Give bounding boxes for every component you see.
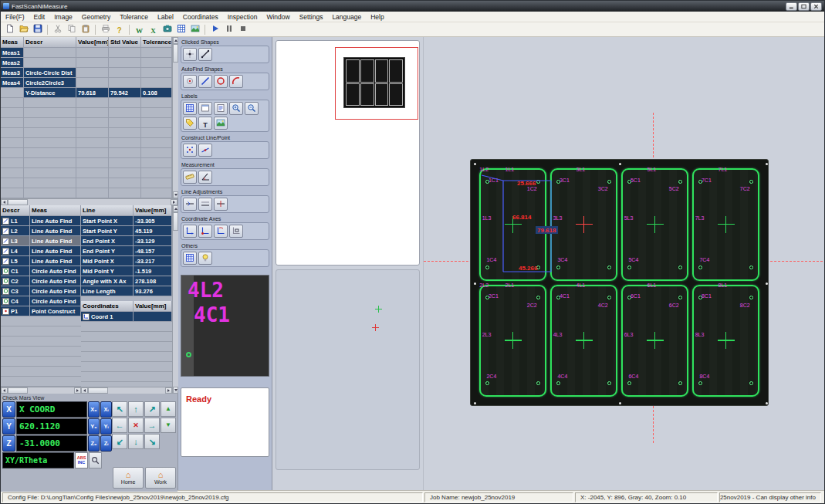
line-property-row[interactable]: Start Point Y45.119 xyxy=(81,226,172,236)
jog-se-button[interactable]: ↘ xyxy=(144,434,160,449)
paste-button[interactable] xyxy=(79,23,92,36)
menu-inspection[interactable]: Inspection xyxy=(223,12,262,22)
line-table-header[interactable]: Value[mm] xyxy=(134,205,172,216)
minimize-button[interactable] xyxy=(786,2,797,11)
coord-table-header[interactable]: Value[mm] xyxy=(134,301,172,312)
jog-tri-up-button[interactable]: ▲ xyxy=(161,401,176,417)
feature-table-header[interactable]: Meas xyxy=(30,205,81,216)
board-cell-8[interactable]: 8L18C18C28L38C4 xyxy=(692,285,759,397)
form-button[interactable] xyxy=(214,102,228,115)
tag-button[interactable] xyxy=(183,117,197,130)
menu-window[interactable]: Window xyxy=(262,12,294,22)
board-cell-6[interactable]: 6L16C16C26L36C4 xyxy=(621,285,688,397)
clicked-line-button[interactable] xyxy=(198,48,212,61)
clicked-point-button[interactable] xyxy=(183,48,197,61)
print-button[interactable] xyxy=(99,23,112,36)
menu-edit[interactable]: Edit xyxy=(29,12,50,22)
scroll-up-button[interactable] xyxy=(173,37,178,44)
meas-table-header[interactable]: Meas xyxy=(1,37,24,48)
axes-xy-button[interactable] xyxy=(183,225,197,238)
meas-table-header[interactable]: Descr xyxy=(24,37,76,48)
abs-inc-toggle[interactable]: ABS INC xyxy=(75,452,88,468)
jog-up-button[interactable]: ↑ xyxy=(128,401,144,417)
feature-list-hscrollbar[interactable] xyxy=(1,387,81,394)
menu-settings[interactable]: Settings xyxy=(295,12,328,22)
coord-row[interactable]: Coord 1 xyxy=(81,312,172,322)
line-property-row[interactable]: Mid Point Y-1.519 xyxy=(81,266,172,276)
coord-table-header[interactable]: Coordinates xyxy=(81,301,134,312)
scroll-left-button[interactable] xyxy=(1,199,8,205)
save-button[interactable] xyxy=(31,23,44,36)
line-property-row[interactable]: Angle with X Ax278.108 xyxy=(81,276,172,286)
axis-x-zero-button[interactable]: X₀ xyxy=(88,401,100,418)
board-cell-5[interactable]: 5L15C15C25L35C4 xyxy=(621,168,688,281)
axis-y-inc-button[interactable]: Yᵢ xyxy=(100,418,112,435)
feature-row-l4[interactable]: L4Line Auto Find xyxy=(1,246,81,256)
angle-button[interactable] xyxy=(198,171,212,184)
meas-table-header[interactable]: Std Value xyxy=(109,37,141,48)
meas-table-header[interactable]: Value[mm] xyxy=(76,37,109,48)
board-cell-3[interactable]: 3L13C13C23L33C4 xyxy=(550,168,617,281)
axis-x-inc-button[interactable]: Xᵢ xyxy=(100,401,112,418)
menu-tolerance[interactable]: Tolerance xyxy=(115,12,153,22)
image-view-button[interactable] xyxy=(188,23,201,36)
grid-others-button[interactable] xyxy=(183,252,197,265)
scroll-left-button[interactable] xyxy=(1,387,8,394)
axes-part-button[interactable] xyxy=(229,225,243,238)
scroll-thumb[interactable] xyxy=(173,44,178,63)
home-button[interactable]: ⌂ Home xyxy=(113,467,144,489)
help-button[interactable]: ? xyxy=(113,23,126,36)
word-export-button[interactable]: W xyxy=(133,23,146,36)
feature-row-c3[interactable]: C3Circle Auto Find xyxy=(1,286,81,296)
construct-line-button[interactable] xyxy=(198,144,212,157)
line-property-row[interactable]: Start Point X-33.305 xyxy=(81,216,172,226)
feature-row-p1[interactable]: P1Point Construct xyxy=(1,306,81,316)
magnifier-button[interactable] xyxy=(89,452,102,468)
autofind-point-button[interactable] xyxy=(183,75,197,88)
grid-view-button[interactable] xyxy=(174,23,188,36)
bulb-button[interactable] xyxy=(198,252,212,265)
work-button[interactable]: ⌂ Work xyxy=(145,467,176,489)
camera-button[interactable] xyxy=(161,23,174,36)
meas-table-hscrollbar[interactable] xyxy=(1,198,178,205)
play-button[interactable] xyxy=(208,23,221,36)
feature-table-header[interactable]: Descr xyxy=(1,205,30,216)
grid-button[interactable] xyxy=(183,102,197,115)
copy-button[interactable] xyxy=(65,23,78,36)
line-property-row[interactable]: End Point Y-48.157 xyxy=(81,246,172,256)
axes-rotate-button[interactable] xyxy=(214,225,228,238)
line-table-header[interactable]: Line xyxy=(81,205,134,216)
maximize-button[interactable] xyxy=(798,2,810,11)
dro-note[interactable]: Check Mars View xyxy=(2,394,176,401)
cut-button[interactable] xyxy=(51,23,64,36)
meas-table-header[interactable]: Tolerance xyxy=(141,37,172,48)
meas-table-row[interactable]: Meas1 xyxy=(1,48,172,58)
meas-table-row[interactable]: Meas4Circle2Circle3 xyxy=(1,78,172,88)
open-button[interactable] xyxy=(17,23,30,36)
jog-sw-button[interactable]: ↙ xyxy=(112,434,127,449)
autofind-line-button[interactable] xyxy=(198,75,212,88)
feature-row-l1[interactable]: L1Line Auto Find xyxy=(1,216,81,226)
window-button[interactable] xyxy=(198,102,212,115)
feature-row-c1[interactable]: C1Circle Auto Find xyxy=(1,266,81,276)
navigator-viewport[interactable] xyxy=(335,47,418,120)
board-cell-7[interactable]: 7L17C17C27L37C4 xyxy=(692,168,759,281)
feature-row-c4[interactable]: C4Circle Auto Find xyxy=(1,296,81,306)
jog-down-button[interactable]: ↓ xyxy=(128,434,144,449)
jog-right-button[interactable]: → xyxy=(144,418,160,433)
scroll-thumb[interactable] xyxy=(88,387,108,394)
jog-left-button[interactable]: ← xyxy=(112,418,127,433)
adjust-line-3-button[interactable] xyxy=(214,198,228,211)
close-button[interactable] xyxy=(810,2,822,11)
feature-row-l3[interactable]: L3Line Auto Find xyxy=(1,236,81,246)
menu-coordinates[interactable]: Coordinates xyxy=(178,12,223,22)
board-cell-4[interactable]: 4L14C14C24L34C4 xyxy=(550,285,617,397)
axes-origin-button[interactable] xyxy=(198,225,212,238)
scroll-down-button[interactable] xyxy=(173,387,178,394)
menu-filef[interactable]: File(F) xyxy=(1,12,29,22)
line-table-hscrollbar[interactable] xyxy=(81,387,172,394)
line-property-row[interactable]: Mid Point X-33.217 xyxy=(81,256,172,266)
jog-nw-button[interactable]: ↖ xyxy=(112,401,127,417)
scroll-thumb[interactable] xyxy=(173,212,178,231)
new-button[interactable] xyxy=(3,23,16,36)
